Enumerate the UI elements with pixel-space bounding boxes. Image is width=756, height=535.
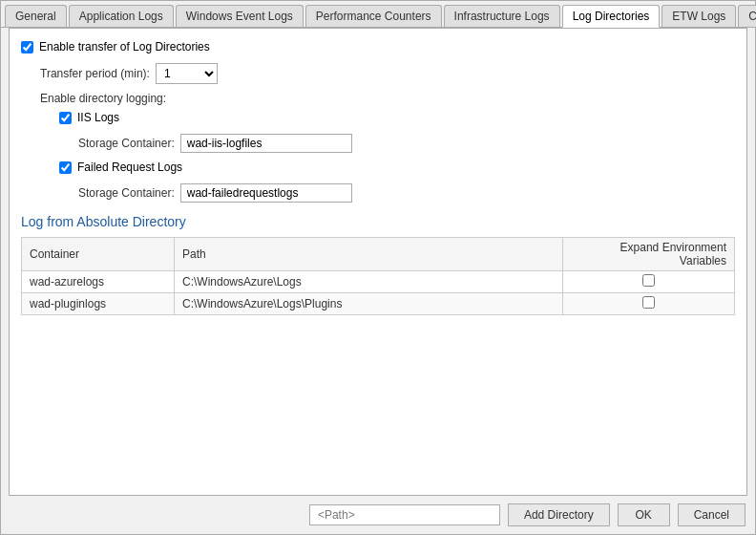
- iis-logs-label: IIS Logs: [77, 111, 119, 124]
- row2-container: wad-pluginlogs: [22, 293, 175, 315]
- cancel-button[interactable]: Cancel: [678, 503, 746, 526]
- enable-transfer-label: Enable transfer of Log Directories: [39, 40, 210, 54]
- transfer-period-label: Transfer period (min):: [40, 67, 150, 80]
- failed-storage-input[interactable]: [180, 183, 352, 203]
- transfer-period-row: Transfer period (min): 1 5 10 15 30 60: [40, 63, 735, 84]
- table-row: wad-pluginlogs C:\WindowsAzure\Logs\Plug…: [22, 293, 735, 315]
- iis-storage-label: Storage Container:: [78, 137, 175, 150]
- col-path: Path: [175, 238, 563, 271]
- transfer-period-select[interactable]: 1 5 10 15 30 60: [156, 63, 218, 84]
- add-directory-button[interactable]: Add Directory: [508, 503, 610, 526]
- abs-dir-title: Log from Absolute Directory: [21, 214, 735, 229]
- enable-transfer-row: Enable transfer of Log Directories: [21, 40, 735, 54]
- bottom-bar: Add Directory OK Cancel: [1, 496, 755, 534]
- row2-path: C:\WindowsAzure\Logs\Plugins: [175, 293, 563, 315]
- tab-infra-logs[interactable]: Infrastructure Logs: [444, 5, 560, 27]
- ok-button[interactable]: OK: [618, 503, 670, 526]
- iis-logs-checkbox[interactable]: [59, 112, 72, 124]
- enable-transfer-checkbox[interactable]: [21, 41, 33, 54]
- directory-table: Container Path Expand Environment Variab…: [21, 237, 735, 315]
- table-row: wad-azurelogs C:\WindowsAzure\Logs: [22, 271, 735, 293]
- row2-expand-checkbox[interactable]: [642, 296, 655, 309]
- tab-crash-dumps[interactable]: Crash Dumps: [738, 5, 756, 27]
- row1-expand-cell: [563, 271, 735, 293]
- main-window: General Application Logs Windows Event L…: [0, 0, 756, 535]
- enable-dir-logging-label: Enable directory logging:: [40, 92, 735, 105]
- col-expand: Expand Environment Variables: [563, 238, 735, 271]
- tab-etw-logs[interactable]: ETW Logs: [662, 5, 736, 27]
- failed-storage-label: Storage Container:: [78, 186, 175, 200]
- tab-perf-counters[interactable]: Performance Counters: [305, 5, 442, 27]
- row1-path: C:\WindowsAzure\Logs: [175, 271, 563, 293]
- failed-request-label: Failed Request Logs: [77, 160, 182, 174]
- iis-logs-row: IIS Logs: [59, 111, 735, 124]
- path-input[interactable]: [309, 504, 500, 525]
- iis-storage-input[interactable]: [180, 134, 352, 153]
- row1-expand-checkbox[interactable]: [642, 274, 655, 287]
- tab-bar: General Application Logs Windows Event L…: [1, 1, 755, 28]
- col-container: Container: [22, 238, 175, 271]
- content-area: Enable transfer of Log Directories Trans…: [9, 28, 747, 496]
- tab-general[interactable]: General: [5, 5, 67, 27]
- failed-request-row: Failed Request Logs: [59, 160, 735, 174]
- failed-request-checkbox[interactable]: [59, 161, 72, 174]
- failed-storage-row: Storage Container:: [78, 183, 735, 203]
- row2-expand-cell: [563, 293, 735, 315]
- tab-log-dirs[interactable]: Log Directories: [562, 5, 661, 28]
- tab-app-logs[interactable]: Application Logs: [69, 5, 174, 27]
- row1-container: wad-azurelogs: [22, 271, 175, 293]
- iis-storage-row: Storage Container:: [78, 134, 735, 153]
- tab-win-event[interactable]: Windows Event Logs: [176, 5, 304, 27]
- content-wrapper: Enable transfer of Log Directories Trans…: [1, 28, 755, 496]
